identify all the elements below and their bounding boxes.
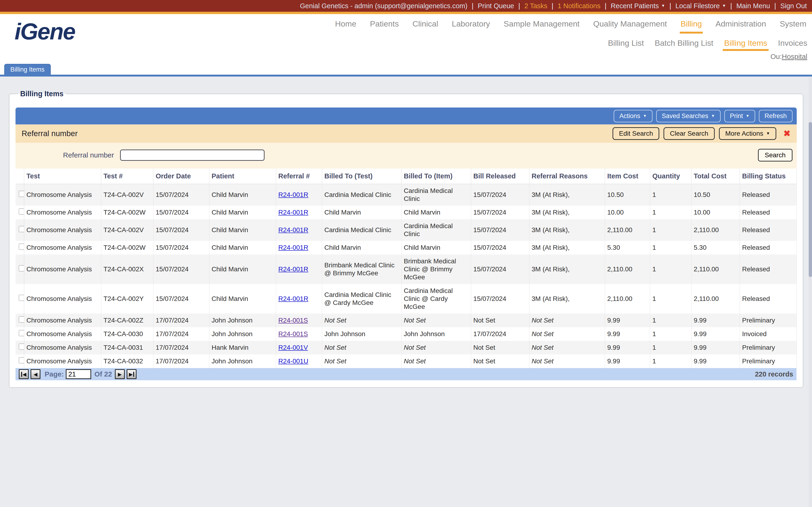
cell-bt_item: Not Set [401, 341, 471, 354]
row-checkbox[interactable] [19, 191, 24, 197]
saved-searches-button[interactable]: Saved Searches▼ [656, 110, 721, 122]
cell-bt_item: Child Marvin [401, 206, 471, 219]
billing-items-panel: Billing Items Actions▼Saved Searches▼Pri… [9, 90, 803, 388]
pagination-bar: ◀ ◀ Page: Of 22 ▶ ▶ 220 records [15, 368, 797, 380]
column-header-test[interactable]: Test # [101, 169, 153, 184]
row-checkbox[interactable] [19, 357, 24, 363]
referral-link[interactable]: R24-001V [278, 344, 308, 351]
nav-batch-billing-list[interactable]: Batch Billing List [655, 39, 713, 48]
cell-item_cost: 2,110.00 [605, 255, 650, 284]
column-header-bill-released[interactable]: Bill Released [471, 169, 529, 184]
refresh-button[interactable]: Refresh [759, 110, 793, 122]
referral-link[interactable]: R24-001S [278, 330, 308, 338]
table-row: Chromosome AnalysisT24-CA-003117/07/2024… [15, 341, 797, 354]
cell-released: Not Set [471, 354, 529, 368]
cell-patient: John Johnson [209, 314, 276, 327]
print-button[interactable]: Print▼ [724, 110, 755, 122]
referral-link[interactable]: R24-001U [278, 357, 308, 365]
page-number-input[interactable] [66, 369, 91, 379]
referral-link[interactable]: R24-001R [278, 266, 308, 273]
column-header-patient[interactable]: Patient [209, 169, 276, 184]
cell-bt_test: Child Marvin [322, 241, 401, 255]
row-checkbox[interactable] [19, 317, 24, 323]
column-header-billing-status[interactable]: Billing Status [740, 169, 797, 184]
vertical-scrollbar[interactable] [809, 77, 812, 507]
cell-reasons: 3M (At Risk), [529, 255, 605, 284]
next-page-button[interactable]: ▶ [115, 369, 125, 379]
tab-billing-items[interactable]: Billing Items [4, 64, 51, 75]
close-search-icon[interactable]: ✖ [783, 129, 791, 138]
topbar-main-menu[interactable]: Main Menu [737, 2, 770, 10]
cell-reasons: Not Set [529, 327, 605, 341]
referral-link[interactable]: R24-001R [278, 191, 308, 199]
cell-date: 15/07/2024 [153, 284, 209, 314]
topbar-print-queue[interactable]: Print Queue [478, 2, 514, 10]
scrollbar-thumb[interactable] [809, 122, 812, 277]
column-header-referral[interactable]: Referral # [276, 169, 322, 184]
topbar-local-filestore[interactable]: Local Filestore [675, 2, 720, 10]
billing-subnav: Billing ListBatch Billing ListBilling It… [608, 39, 807, 48]
column-header-billed-to-test[interactable]: Billed To (Test) [322, 169, 401, 184]
column-header-quantity[interactable]: Quantity [650, 169, 691, 184]
cell-date: 15/07/2024 [153, 255, 209, 284]
nav-laboratory[interactable]: Laboratory [452, 19, 490, 29]
cell-item_cost: 5.30 [605, 241, 650, 255]
referral-link[interactable]: R24-001R [278, 244, 308, 251]
topbar-recent-patients[interactable]: Recent Patients [611, 2, 659, 10]
clear-search-label: Clear Search [670, 130, 708, 137]
nav-administration[interactable]: Administration [715, 19, 766, 29]
cell-total: 10.50 [691, 184, 740, 206]
referral-link[interactable]: R24-001S [278, 317, 308, 324]
row-checkbox[interactable] [19, 209, 24, 215]
row-checkbox[interactable] [19, 244, 24, 250]
nav-billing-items[interactable]: Billing Items [724, 39, 767, 48]
nav-clinical[interactable]: Clinical [412, 19, 438, 29]
topbar-1-notifications[interactable]: 1 Notifications [558, 2, 600, 10]
igene-logo[interactable]: iGene [14, 18, 75, 45]
column-header-item-cost[interactable]: Item Cost [605, 169, 650, 184]
row-checkbox[interactable] [19, 330, 24, 336]
nav-invoices[interactable]: Invoices [778, 39, 807, 48]
actions-button[interactable]: Actions▼ [614, 110, 652, 122]
column-header-total-cost[interactable]: Total Cost [691, 169, 740, 184]
ou-label: Ou: [770, 53, 782, 60]
row-checkbox[interactable] [19, 295, 24, 301]
row-checkbox[interactable] [19, 226, 24, 232]
search-header: Referral number Edit SearchClear SearchM… [15, 124, 797, 143]
more-actions-button[interactable]: More Actions▼ [719, 127, 776, 140]
referral-link[interactable]: R24-001R [278, 226, 308, 233]
referral-link[interactable]: R24-001R [278, 295, 308, 302]
column-header-test[interactable]: Test [24, 169, 101, 184]
cell-test: Chromosome Analysis [24, 184, 101, 206]
cell-patient: John Johnson [209, 354, 276, 368]
nav-quality-management[interactable]: Quality Management [593, 19, 667, 29]
first-page-button[interactable]: ◀ [19, 369, 29, 379]
nav-billing[interactable]: Billing [681, 19, 702, 29]
clear-search-button[interactable]: Clear Search [663, 127, 714, 140]
nav-system[interactable]: System [780, 19, 806, 29]
nav-sample-management[interactable]: Sample Management [504, 19, 579, 29]
main-nav: HomePatientsClinicalLaboratorySample Man… [335, 19, 806, 29]
row-checkbox[interactable] [19, 344, 24, 350]
column-header-referral-reasons[interactable]: Referral Reasons [529, 169, 605, 184]
topbar-sign-out[interactable]: Sign Out [780, 2, 807, 10]
nav-billing-list[interactable]: Billing List [608, 39, 644, 48]
cell-test: Chromosome Analysis [24, 327, 101, 341]
referral-link[interactable]: R24-001R [278, 209, 308, 216]
cell-qty: 1 [650, 255, 691, 284]
previous-page-button[interactable]: ◀ [31, 369, 40, 379]
cell-released: 15/07/2024 [471, 241, 529, 255]
row-checkbox[interactable] [19, 265, 24, 271]
column-header-order-date[interactable]: Order Date [153, 169, 209, 184]
referral-number-input[interactable] [120, 150, 264, 161]
ou-hospital-link[interactable]: Hospital [782, 53, 807, 60]
cell-bt_test: John Johnson [322, 327, 401, 341]
nav-patients[interactable]: Patients [370, 19, 399, 29]
topbar-2-tasks[interactable]: 2 Tasks [524, 2, 548, 10]
search-button[interactable]: Search [758, 149, 793, 162]
cell-bt_test: Cardinia Medical Clinic [322, 219, 401, 241]
edit-search-button[interactable]: Edit Search [613, 127, 659, 140]
nav-home[interactable]: Home [335, 19, 356, 29]
column-header-billed-to-item[interactable]: Billed To (Item) [401, 169, 471, 184]
last-page-button[interactable]: ▶ [126, 369, 137, 379]
